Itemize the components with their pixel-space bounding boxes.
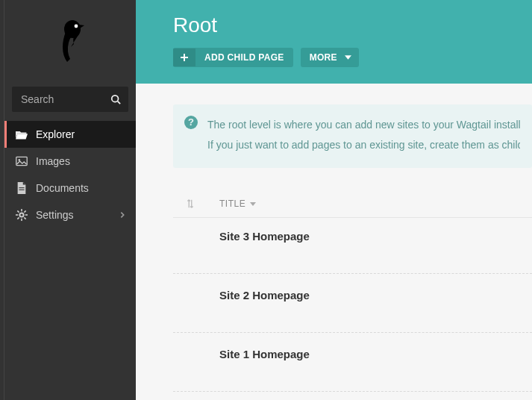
logo — [4, 0, 136, 79]
info-text-line: If you just want to add pages to an exis… — [207, 135, 520, 155]
folder-open-icon — [15, 129, 28, 140]
page-link[interactable]: Site 1 Homepage — [219, 348, 310, 360]
svg-point-1 — [75, 25, 78, 28]
search-container — [4, 79, 136, 121]
table-row[interactable]: Site 2 Homepage — [173, 274, 532, 333]
svg-rect-7 — [19, 190, 24, 190]
gear-icon — [15, 209, 28, 221]
button-label: MORE — [301, 48, 345, 67]
table-header: TITLE — [173, 190, 532, 218]
search-icon — [110, 94, 121, 104]
sidebar-item-label: Images — [36, 155, 70, 167]
page-header: Root ADD CHILD PAGE MORE — [136, 0, 532, 84]
svg-rect-11 — [25, 214, 28, 216]
column-header-title[interactable]: TITLE — [207, 199, 256, 209]
column-label: TITLE — [219, 199, 245, 209]
svg-rect-12 — [24, 210, 26, 213]
table-row[interactable]: Site 3 Homepage — [173, 218, 532, 274]
document-icon — [15, 182, 28, 194]
svg-rect-9 — [21, 219, 22, 221]
svg-rect-15 — [24, 217, 26, 219]
svg-line-3 — [118, 101, 121, 104]
chevron-down-icon — [250, 202, 256, 206]
chevron-right-icon — [119, 211, 125, 219]
sidebar: Explorer Images Documents — [4, 0, 136, 400]
svg-rect-19 — [181, 57, 188, 58]
table-row[interactable]: Site 1 Homepage — [173, 333, 532, 392]
image-icon — [15, 156, 28, 166]
page-link[interactable]: Site 2 Homepage — [219, 289, 310, 301]
svg-point-2 — [112, 96, 119, 102]
sidebar-item-settings[interactable]: Settings — [4, 201, 136, 228]
plus-icon — [173, 49, 195, 66]
page-title: Root — [173, 13, 510, 37]
sidebar-item-documents[interactable]: Documents — [4, 175, 136, 201]
add-child-page-button[interactable]: ADD CHILD PAGE — [173, 48, 293, 67]
main-content: Root ADD CHILD PAGE MORE — [136, 0, 532, 400]
sidebar-item-images[interactable]: Images — [4, 148, 136, 175]
svg-rect-10 — [16, 214, 18, 216]
svg-text:?: ? — [188, 116, 194, 128]
search-button[interactable] — [107, 91, 124, 107]
sidebar-nav: Explorer Images Documents — [4, 121, 136, 228]
header-actions: ADD CHILD PAGE MORE — [173, 48, 510, 67]
help-icon: ? — [184, 115, 198, 130]
svg-rect-14 — [17, 210, 19, 213]
wagtail-bird-icon — [50, 17, 90, 69]
svg-rect-4 — [16, 157, 27, 165]
sidebar-item-label: Documents — [36, 182, 89, 194]
sidebar-item-label: Settings — [36, 209, 74, 221]
content-area: ? The root level is where you can add ne… — [136, 84, 532, 392]
sidebar-item-label: Explorer — [36, 128, 75, 140]
chevron-down-icon — [345, 55, 359, 60]
svg-rect-6 — [19, 187, 24, 188]
sidebar-item-explorer[interactable]: Explorer — [4, 121, 136, 148]
svg-rect-13 — [17, 217, 19, 219]
page-list: Site 3 Homepage Site 2 Homepage Site 1 H… — [173, 218, 532, 392]
button-label: ADD CHILD PAGE — [195, 48, 293, 67]
more-button[interactable]: MORE — [301, 48, 359, 67]
info-box: ? The root level is where you can add ne… — [173, 104, 532, 168]
page-link[interactable]: Site 3 Homepage — [219, 230, 310, 243]
svg-point-17 — [20, 213, 22, 216]
info-text-line: The root level is where you can add new … — [207, 115, 520, 135]
svg-rect-8 — [21, 209, 22, 211]
sort-order-icon[interactable] — [173, 198, 207, 210]
